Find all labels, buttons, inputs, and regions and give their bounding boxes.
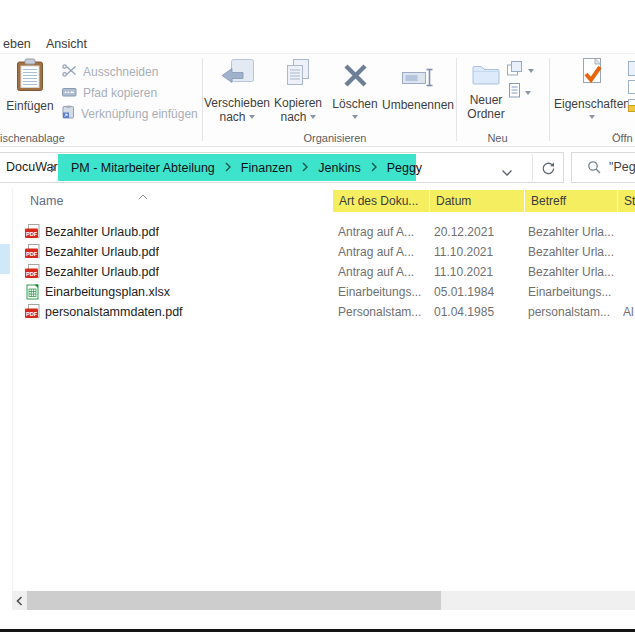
file-doc-type: Einarbeitungs... [338,282,421,302]
dropdown-caret [589,115,595,119]
scroll-left-button[interactable] [12,591,27,610]
breadcrumb-separator-icon[interactable] [370,159,378,177]
file-name: Bezahlter Urlaub.pdf [45,262,159,282]
group-label-organize: Organisieren [285,132,385,144]
window-bottom-edge [0,629,635,632]
file-subject: personalstam... [528,302,610,322]
file-date: 11.10.2021 [434,262,493,282]
file-name: Bezahlter Urlaub.pdf [45,242,159,262]
copy-to-icon [283,59,313,93]
easy-access-icon [508,83,521,102]
sort-ascending-icon [138,186,148,204]
search-input[interactable]: "Peg [571,152,635,183]
move-to-button[interactable]: Verschieben nach [206,59,268,124]
table-row[interactable]: PDF personalstammdaten.pdf Personalstam.… [13,302,635,322]
file-date: 05.01.1984 [434,282,494,302]
new-folder-button[interactable]: Neuer Ordner [461,59,511,121]
pdf-icon: PDF [25,224,40,240]
breadcrumb-segment[interactable]: Jenkins [318,161,360,175]
file-name: Bezahlter Urlaub.pdf [45,222,159,242]
table-row[interactable]: PDF Bezahlter Urlaub.pdf Antrag auf A...… [13,222,635,242]
group-label-open: Öffn [612,132,635,144]
paste-shortcut-icon [62,105,75,123]
group-separator [549,58,550,141]
rename-button[interactable]: Umbenennen [383,59,453,113]
file-date: 01.04.1985 [434,302,494,322]
dropdown-caret [310,115,316,119]
history-button-partial-icon[interactable] [628,98,635,116]
pdf-icon: PDF [25,264,40,280]
properties-button[interactable]: Eigenschaften [559,57,625,119]
file-explorer-window: eben Ansicht Einfügen [0,0,635,635]
file-subject: Bezahlter Urla... [528,262,614,282]
address-separator [532,154,533,181]
new-item-icon [507,61,524,80]
breadcrumb-separator-icon[interactable] [224,159,232,177]
address-dropdown-button[interactable] [501,163,513,181]
file-subject: Bezahlter Urla... [528,222,614,242]
breadcrumb-segment[interactable]: Finanzen [241,161,292,175]
column-header-date[interactable]: Datum [430,190,524,212]
properties-icon [579,57,605,96]
cut-button[interactable]: Ausschneiden [62,63,158,81]
breadcrumb-segment[interactable]: Peggy [387,161,422,175]
pdf-icon: PDF [25,304,40,320]
file-date: 11.10.2021 [434,242,493,262]
scrollbar-thumb[interactable] [27,591,441,610]
tab-share-partial[interactable]: eben [3,36,31,53]
file-doc-type: Antrag auf A... [338,262,414,282]
scissors-icon [62,63,77,81]
table-row[interactable]: PDF Bezahlter Urlaub.pdf Antrag auf A...… [13,242,635,262]
file-subject: Bezahlter Urla... [528,242,614,262]
move-to-icon [220,59,254,93]
dropdown-caret [525,91,531,95]
breadcrumb-separator-icon[interactable] [301,159,309,177]
open-button-partial-icon[interactable] [628,61,635,80]
nav-pane-selected-item-partial[interactable] [0,244,10,274]
address-row: DocuWare PM - Mitarbeiter Abteilung Fina… [0,148,635,188]
file-doc-type: Personalstam... [338,302,421,322]
file-doc-type: Antrag auf A... [338,222,414,242]
clipboard-icon [16,58,44,96]
edit-button-partial-icon[interactable] [628,80,635,98]
dropdown-caret [528,69,534,73]
breadcrumb-separator-icon[interactable] [49,160,57,178]
ribbon: Einfügen Ausschneiden [0,53,635,147]
new-item-button[interactable] [507,61,534,80]
breadcrumb[interactable]: DocuWare PM - Mitarbeiter Abteilung Fina… [0,152,564,183]
easy-access-button[interactable] [508,83,531,102]
new-folder-icon [472,63,500,90]
file-subject: Einarbeitungs... [528,282,611,302]
table-row[interactable]: Einarbeitungsplan.xlsx Einarbeitungs... … [13,282,635,302]
column-header-name[interactable]: Name [30,190,63,212]
xlsx-icon [25,284,40,300]
file-name: personalstammdaten.pdf [45,302,183,322]
svg-text:PDF: PDF [26,311,38,317]
column-header-status-partial[interactable]: St [618,190,635,212]
file-name: Einarbeitungsplan.xlsx [45,282,170,302]
horizontal-scrollbar[interactable] [12,591,635,610]
group-label-clipboard: ischenablage [0,132,96,144]
pdf-icon: PDF [25,244,40,260]
svg-text:PDF: PDF [26,231,38,237]
paste-button[interactable]: Einfügen [3,58,57,114]
file-extra: Al [623,302,634,322]
path-icon [62,84,77,102]
refresh-button[interactable] [538,159,558,177]
group-separator [202,58,203,141]
delete-x-icon [342,62,369,93]
tab-view[interactable]: Ansicht [46,36,87,53]
copy-to-button[interactable]: Kopieren nach [270,59,326,124]
svg-text:PDF: PDF [26,271,38,277]
column-header-subject[interactable]: Betreff [525,190,617,212]
column-header-doc-type[interactable]: Art des Doku... [333,190,429,212]
delete-button[interactable]: Löschen [329,59,381,119]
paste-shortcut-button[interactable]: Verknüpfung einfügen [62,105,198,123]
svg-text:PDF: PDF [26,251,38,257]
search-text: "Peg [609,153,635,182]
table-row[interactable]: PDF Bezahlter Urlaub.pdf Antrag auf A...… [13,262,635,282]
copy-path-button[interactable]: Pfad kopieren [62,84,157,102]
dropdown-caret [249,115,255,119]
breadcrumb-segment[interactable]: PM - Mitarbeiter Abteilung [71,161,215,175]
group-separator [456,58,457,141]
